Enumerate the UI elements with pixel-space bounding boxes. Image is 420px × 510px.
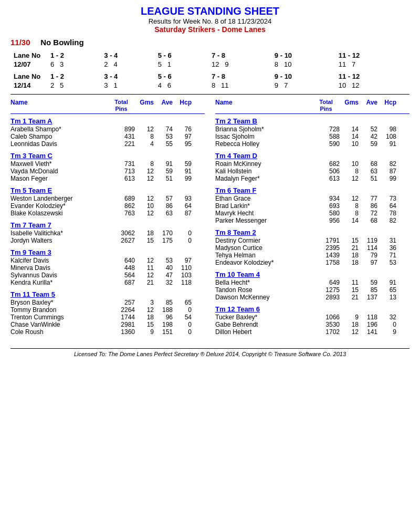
player-gms: 12 [135, 175, 154, 182]
lane-h2-78: 7 - 8 [208, 72, 271, 81]
player-ave: 59 [359, 279, 377, 286]
player-ave: 57 [154, 195, 173, 202]
right-ave-header: Ave [359, 99, 377, 112]
player-row: Kendra Kurilla*6872132118 [10, 279, 205, 286]
player-row: Minerva Davis4481140110 [10, 264, 205, 272]
player-ave: 85 [359, 286, 377, 294]
lane-v1-56: 5 1 [155, 60, 208, 69]
player-hcp: 91 [377, 279, 396, 286]
player-row: Vayda McDonald713125991 [10, 168, 205, 175]
player-name: Roain McKinney [215, 160, 312, 168]
league-name: Saturday Strikers - Dome Lanes [10, 25, 410, 34]
player-pins: 728 [312, 126, 340, 133]
player-hcp: 71 [377, 252, 396, 259]
lane-label-1: Lane No [10, 51, 47, 60]
team-block-tm1: Tm 1 Team AArabella Shampo*899127476Cale… [10, 117, 205, 148]
player-pins: 1439 [312, 252, 340, 259]
player-gms: 11 [340, 279, 359, 286]
team-block-tm9: Tm 9 Team 3Kalcifer Davis640125397Minerv… [10, 248, 205, 286]
lane-v2-910: 9 7 [271, 81, 335, 90]
lane-data-row-1: 12/07 6 3 2 4 5 1 12 9 8 10 11 7 [10, 60, 410, 69]
lane-h-1112: 11 - 12 [335, 51, 410, 60]
player-name: Kalcifer Davis [10, 257, 108, 264]
left-pins-header: TotalPins [108, 99, 135, 112]
player-row: Tehya Helman1439187971 [215, 252, 410, 259]
player-row: Brad Larkin*69388664 [215, 202, 410, 210]
player-ave: 59 [154, 168, 173, 175]
player-pins: 613 [312, 175, 340, 182]
player-name: Isabelle Valitichka* [10, 230, 108, 237]
player-pins: 956 [312, 217, 340, 224]
player-ave: 198 [154, 321, 173, 328]
schedule-section-2: Lane No 1 - 2 3 - 4 5 - 6 7 - 8 9 - 10 1… [10, 72, 410, 90]
player-pins: 934 [312, 195, 340, 202]
player-name: Brianna Sjoholm* [215, 126, 312, 133]
player-gms: 9 [340, 314, 359, 321]
player-ave: 32 [154, 279, 173, 286]
player-gms: 15 [340, 286, 359, 294]
right-name-header: Name [215, 99, 312, 112]
player-pins: 1744 [108, 314, 135, 321]
player-row: Tommy Brandon2264121880 [10, 306, 205, 314]
team-block-tm5: Tm 5 Team EWeston Landenberger689125793E… [10, 186, 205, 217]
team-block-tm4: Tm 4 Team DRoain McKinney682106882Kali H… [215, 152, 410, 182]
player-ave: 51 [359, 175, 377, 182]
player-name: Sylvannus Davis [10, 272, 108, 279]
team-block-tm11: Tm 11 Team 5Bryson Baxley*25738565Tommy … [10, 290, 205, 336]
left-gms-header: Gms [135, 99, 154, 112]
lane-v2-1112: 10 12 [335, 81, 410, 90]
lane-h-34: 3 - 4 [101, 51, 154, 60]
player-pins: 649 [312, 279, 340, 286]
player-ave: 51 [154, 175, 173, 182]
player-gms: 18 [340, 252, 359, 259]
player-name: Maxwell Vieth* [10, 160, 108, 168]
player-gms: 4 [135, 140, 154, 148]
player-row: Blake Kolaszewski763126387 [10, 210, 205, 217]
page-container: LEAGUE STANDING SHEET Results for Week N… [10, 5, 410, 357]
left-name-header: Name [10, 99, 108, 112]
right-gms-header: Gms [340, 99, 359, 112]
lane-date-2: 12/14 [10, 81, 47, 90]
player-ave: 118 [359, 314, 377, 321]
player-pins: 2981 [108, 321, 135, 328]
player-hcp: 78 [377, 210, 396, 217]
lane-v1-910: 8 10 [271, 60, 335, 69]
player-name: Bella Hecht* [215, 279, 312, 286]
player-name: Leonnidas Davis [10, 140, 108, 148]
schedule-section-1: Lane No 1 - 2 3 - 4 5 - 6 7 - 8 9 - 10 1… [10, 51, 410, 69]
team-name-tm3: Tm 3 Team C [10, 152, 205, 160]
lane-header-row-1: Lane No 1 - 2 3 - 4 5 - 6 7 - 8 9 - 10 1… [10, 51, 410, 60]
player-gms: 12 [135, 257, 154, 264]
player-row: Tucker Baxley*1066911832 [215, 314, 410, 321]
player-name: Endeavor Kolodziey* [215, 259, 312, 266]
player-pins: 687 [108, 279, 135, 286]
teams-container: Tm 1 Team AArabella Shampo*899127476Cale… [10, 114, 410, 340]
page-subtitle: Results for Week No. 8 of 18 11/23/2024 [10, 17, 410, 25]
no-bowling-date: 11/30 [10, 38, 30, 47]
team-name-tm8: Tm 8 Team 2 [215, 228, 410, 236]
lane-h2-1112: 11 - 12 [335, 72, 410, 81]
lane-header-row-2: Lane No 1 - 2 3 - 4 5 - 6 7 - 8 9 - 10 1… [10, 72, 410, 81]
player-ave: 86 [359, 202, 377, 210]
team-name-tm12: Tm 12 Team 6 [215, 305, 410, 313]
player-name: Destiny Cormier [215, 237, 312, 244]
lane-h2-56: 5 - 6 [155, 72, 208, 81]
player-name: Arabella Shampo* [10, 126, 108, 133]
player-row: Madalyn Feger*613125199 [215, 175, 410, 182]
player-gms: 12 [340, 328, 359, 336]
player-row: Bryson Baxley*25738565 [10, 299, 205, 306]
player-hcp: 103 [173, 272, 192, 279]
left-ave-header: Ave [154, 99, 173, 112]
right-pins-header: TotalPins [312, 99, 340, 112]
player-gms: 12 [135, 210, 154, 217]
player-hcp: 91 [173, 168, 192, 175]
player-gms: 14 [340, 217, 359, 224]
lane-v2-12: 2 5 [47, 81, 101, 90]
player-pins: 2893 [312, 294, 340, 301]
player-hcp: 87 [377, 168, 396, 175]
lane-date-1: 12/07 [10, 60, 47, 69]
player-row: Isabelle Valitichka*3062181700 [10, 230, 205, 237]
lane-h-56: 5 - 6 [155, 51, 208, 60]
player-gms: 8 [135, 133, 154, 140]
player-name: Vayda McDonald [10, 168, 108, 175]
